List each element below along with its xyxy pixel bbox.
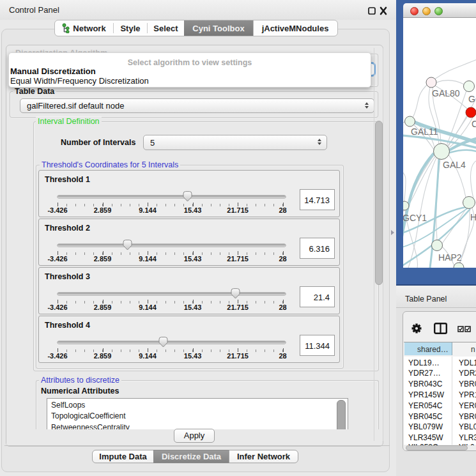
svg-text:GAL80: GAL80 xyxy=(432,88,460,98)
svg-text:GCY1: GCY1 xyxy=(403,213,427,223)
svg-text:G.: G. xyxy=(468,94,476,104)
svg-text:GAL11: GAL11 xyxy=(411,127,438,137)
svg-text:C: C xyxy=(472,119,476,129)
svg-text:HAP2: HAP2 xyxy=(438,252,462,263)
svg-text:GAL4: GAL4 xyxy=(443,160,466,170)
svg-text:H: H xyxy=(470,212,476,222)
